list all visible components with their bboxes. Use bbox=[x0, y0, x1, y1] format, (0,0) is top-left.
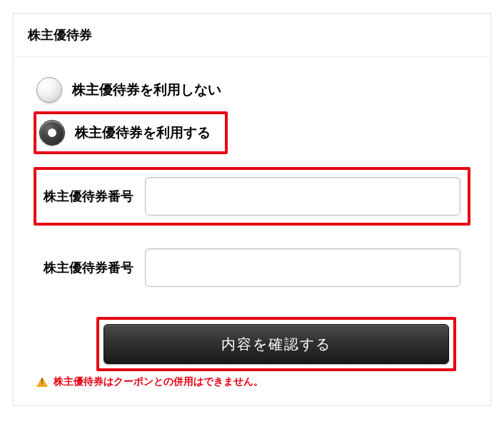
ticket-number-input-1[interactable] bbox=[145, 177, 460, 216]
radio-icon-selected bbox=[39, 120, 65, 146]
ticket-number-input-2[interactable] bbox=[145, 248, 460, 287]
radio-option-not-use[interactable]: 株主優待券を利用しない bbox=[34, 71, 470, 109]
ticket-number-field-1: 株主優待券番号 bbox=[34, 167, 470, 226]
warning-icon bbox=[36, 377, 48, 387]
ticket-number-label-2: 株主優待券番号 bbox=[44, 259, 133, 276]
confirm-button[interactable]: 内容を確認する bbox=[104, 324, 449, 364]
warning-text: 株主優待券はクーポンとの併用はできません。 bbox=[54, 375, 263, 388]
radio-option-use[interactable]: 株主優待券を利用する bbox=[36, 114, 213, 151]
warning-note: 株主優待券はクーポンとの併用はできません。 bbox=[34, 375, 470, 388]
section-title: 株主優待券 bbox=[14, 14, 490, 57]
radio-label-use: 株主優待券を利用する bbox=[75, 123, 211, 142]
ticket-number-label-1: 株主優待券番号 bbox=[44, 188, 133, 205]
radio-label-not-use: 株主優待券を利用しない bbox=[72, 81, 221, 99]
radio-icon bbox=[36, 77, 62, 103]
ticket-number-field-2: 株主優待券番号 bbox=[34, 238, 470, 297]
